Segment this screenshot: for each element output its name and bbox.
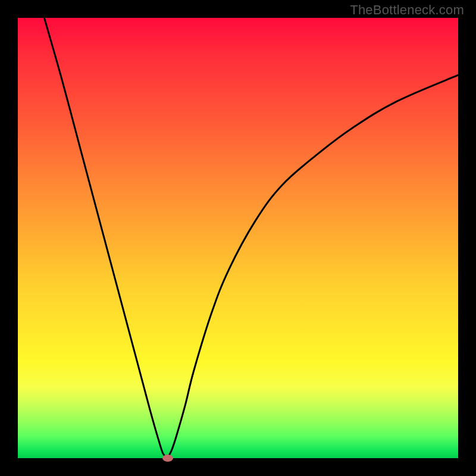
bottleneck-curve-left — [44, 18, 167, 458]
curve-svg — [18, 18, 458, 458]
minimum-marker — [162, 455, 173, 462]
watermark-text: TheBottleneck.com — [350, 2, 464, 18]
chart-frame: TheBottleneck.com — [0, 0, 476, 476]
plot-area — [18, 18, 458, 458]
bottleneck-curve-right — [168, 75, 458, 458]
